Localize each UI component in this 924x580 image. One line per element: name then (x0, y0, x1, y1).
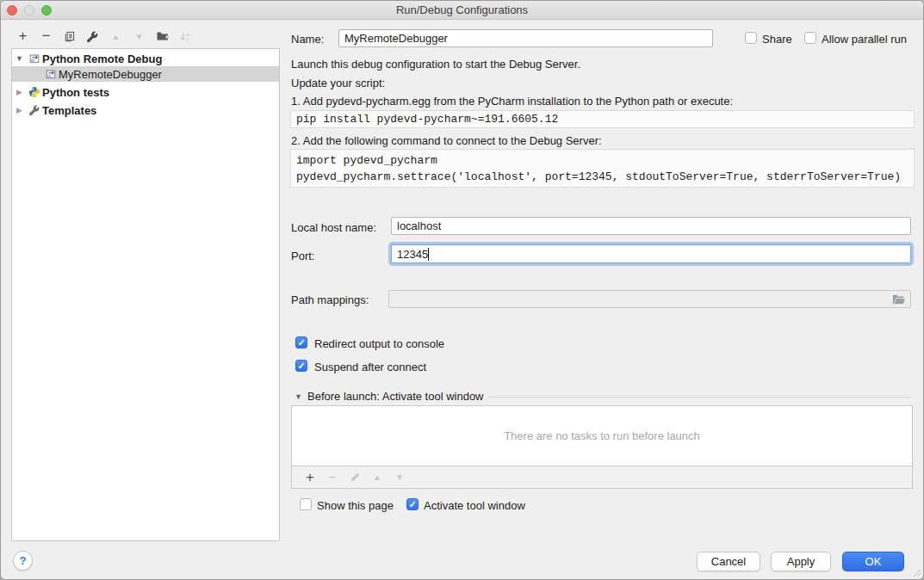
name-input[interactable] (338, 29, 713, 47)
share-label: Share (762, 33, 792, 46)
expand-collapse-icon[interactable]: ▶ (12, 106, 27, 114)
copy-icon (63, 30, 76, 43)
plus-icon: + (306, 470, 313, 485)
create-folder-button[interactable] (151, 26, 174, 46)
launch-description: Launch this debug configuration to start… (291, 58, 580, 71)
suspend-after-connect-checkbox[interactable]: ✓ (295, 360, 307, 372)
plus-icon: + (19, 28, 28, 45)
settrace-code-block: import pydevd_pycharm pydevd_pycharm.set… (290, 149, 915, 188)
tree-item-python-tests[interactable]: ▶ Python tests (12, 84, 279, 100)
question-mark-icon: ? (20, 554, 27, 567)
tree-item-myremotedebugger-selected[interactable]: MyRemoteDebugger (12, 66, 279, 82)
apply-button[interactable]: Apply (771, 552, 831, 571)
edit-task-button (344, 468, 366, 487)
minimize-window-button (24, 5, 34, 15)
minus-icon: − (328, 470, 336, 485)
expand-collapse-icon[interactable]: ▶ (12, 88, 27, 96)
arrow-up-icon: ▲ (373, 472, 381, 482)
name-label: Name: (291, 33, 324, 46)
arrow-down-icon: ▼ (135, 32, 144, 41)
no-tasks-message: There are no tasks to run before launch (504, 429, 700, 442)
close-window-button[interactable] (7, 5, 17, 15)
activate-tool-window-label: Activate tool window (424, 499, 525, 512)
edit-templates-button[interactable] (81, 26, 104, 46)
section-separator (488, 397, 911, 398)
minus-icon: − (42, 28, 51, 45)
wrench-icon (86, 30, 99, 43)
move-down-button: ▼ (127, 26, 151, 46)
port-label: Port: (291, 250, 314, 262)
check-icon: ✓ (297, 337, 305, 348)
text-cursor (428, 248, 429, 261)
configurations-tree: ▼ Python Remote Debug MyRemoteDebugger ▶… (11, 48, 280, 541)
allow-parallel-run-label: Allow parallel run (822, 33, 907, 46)
python-tests-icon (27, 86, 42, 98)
step1-text: 1. Add pydevd-pycharm.egg from the PyCha… (291, 95, 733, 108)
redirect-output-label: Redirect output to console (314, 337, 444, 350)
import-code-line: import pydevd_pycharm (296, 154, 437, 167)
pip-install-code: pip install pydevd-pycharm~=191.6605.12 (290, 110, 915, 128)
check-icon: ✓ (408, 499, 416, 509)
run-debug-configurations-dialog: Run/Debug Configurations + − ▲ ▼ az ▼ Py… (0, 0, 924, 580)
check-icon: ✓ (297, 361, 305, 371)
tree-item-label: Python Remote Debug (42, 52, 162, 65)
settrace-code-line: pydevd_pycharm.settrace('localhost', por… (296, 170, 901, 183)
configurations-toolbar: + − ▲ ▼ az (11, 26, 197, 46)
run-config-icon (27, 52, 42, 65)
zoom-window-button[interactable] (41, 5, 52, 15)
update-script-text: Update your script: (291, 77, 385, 89)
help-button[interactable]: ? (13, 551, 33, 571)
pencil-icon (350, 472, 361, 483)
tree-item-templates[interactable]: ▶ Templates (12, 102, 279, 118)
tree-item-label: Python tests (42, 86, 109, 99)
tree-item-label: MyRemoteDebugger (59, 68, 162, 81)
allow-parallel-run-checkbox[interactable] (804, 32, 816, 44)
remove-task-button: − (321, 468, 344, 487)
browse-folder-icon[interactable] (892, 293, 906, 305)
titlebar[interactable]: Run/Debug Configurations (1, 1, 923, 20)
remove-configuration-button[interactable]: − (34, 26, 58, 46)
activate-tool-window-checkbox[interactable]: ✓ (406, 498, 419, 510)
show-this-page-label: Show this page (317, 499, 394, 512)
add-configuration-button[interactable]: + (11, 26, 34, 46)
new-folder-icon (156, 29, 170, 43)
move-task-down-button: ▼ (388, 468, 411, 487)
step2-text: 2. Add the following command to connect … (291, 134, 602, 147)
window-title: Run/Debug Configurations (1, 1, 923, 19)
task-list-toolbar: + − ▲ ▼ (291, 466, 913, 489)
copy-configuration-button[interactable] (58, 26, 81, 46)
wrench-icon (27, 104, 42, 116)
expand-collapse-icon[interactable]: ▼ (12, 54, 27, 63)
suspend-after-connect-label: Suspend after connect (314, 361, 426, 373)
move-task-up-button: ▲ (366, 468, 388, 487)
tree-item-label: Templates (42, 104, 96, 117)
arrow-up-icon: ▲ (112, 32, 121, 41)
cancel-button[interactable]: Cancel (697, 552, 760, 571)
sort-az-icon: az (179, 30, 192, 43)
path-mappings-label: Path mappings: (291, 293, 369, 306)
redirect-output-checkbox[interactable]: ✓ (295, 336, 307, 349)
ok-button[interactable]: OK (842, 552, 904, 571)
move-up-button: ▲ (104, 26, 127, 46)
before-launch-task-list[interactable]: There are no tasks to run before launch (291, 405, 913, 466)
arrow-down-icon: ▼ (395, 472, 404, 482)
before-launch-collapse-icon[interactable]: ▼ (295, 392, 302, 401)
share-checkbox[interactable] (745, 32, 757, 44)
local-host-name-input[interactable] (391, 217, 911, 235)
add-task-button[interactable]: + (299, 468, 321, 487)
path-mappings-field[interactable] (388, 290, 911, 308)
before-launch-header[interactable]: Before launch: Activate tool window (307, 390, 484, 403)
show-this-page-checkbox[interactable] (300, 498, 312, 510)
svg-text:z: z (186, 36, 189, 42)
sort-configurations-button: az (174, 26, 197, 46)
tree-item-python-remote-debug[interactable]: ▼ Python Remote Debug (12, 51, 279, 66)
port-input[interactable] (391, 244, 911, 263)
local-host-name-label: Local host name: (291, 221, 376, 234)
run-config-icon (43, 68, 59, 80)
resize-grip[interactable] (911, 567, 921, 577)
